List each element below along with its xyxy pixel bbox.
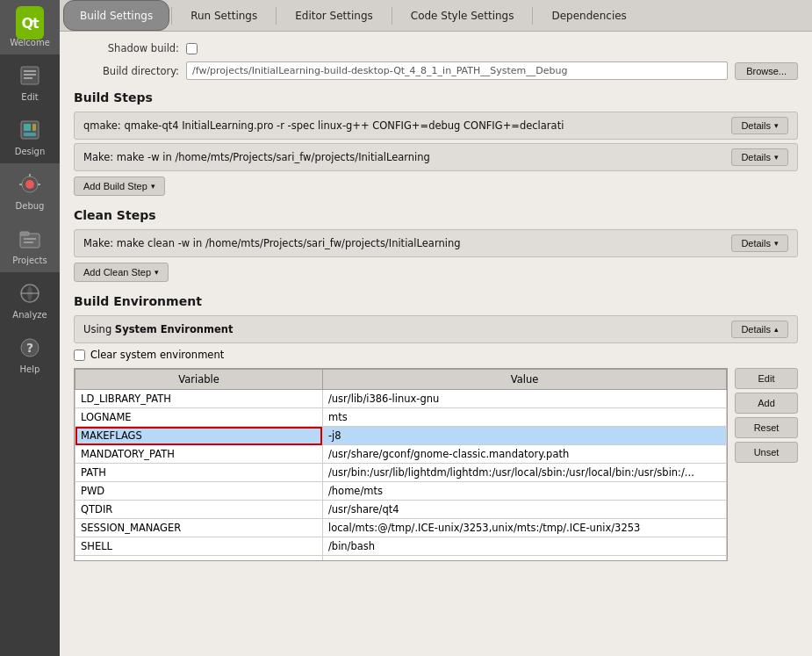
tab-editor-settings[interactable]: Editor Settings bbox=[278, 0, 390, 31]
top-nav: Build Settings Run Settings Editor Setti… bbox=[60, 0, 812, 32]
env-variable-cell: MAKEFLAGS bbox=[75, 427, 323, 445]
env-reset-button[interactable]: Reset bbox=[735, 417, 798, 438]
main-area: Build Settings Run Settings Editor Setti… bbox=[60, 0, 812, 656]
table-row[interactable]: LD_LIBRARY_PATH/usr/lib/i386-linux-gnu bbox=[75, 390, 727, 408]
content-area: Shadow build: Build directory: /fw/proje… bbox=[60, 32, 812, 656]
sidebar-item-label-help: Help bbox=[20, 364, 40, 374]
env-value-cell: /bin/bash bbox=[322, 537, 726, 556]
env-edit-button[interactable]: Edit bbox=[735, 368, 798, 389]
env-unset-button[interactable]: Unset bbox=[735, 442, 798, 463]
nav-divider-4 bbox=[532, 7, 533, 25]
browse-button[interactable]: Browse... bbox=[735, 62, 798, 80]
env-variable-cell: SSH_AGENT_PID bbox=[75, 556, 323, 562]
shadow-build-label: Shadow build: bbox=[74, 42, 179, 54]
clear-env-checkbox[interactable] bbox=[74, 350, 85, 361]
add-clean-step-button[interactable]: Add Clean Step ▾ bbox=[74, 263, 169, 282]
sidebar-item-design[interactable]: Design bbox=[0, 109, 60, 163]
svg-point-9 bbox=[25, 180, 34, 189]
col-header-value: Value bbox=[322, 370, 726, 390]
env-value-cell: /usr/share/qt4 bbox=[322, 501, 726, 519]
svg-rect-6 bbox=[32, 124, 36, 131]
env-value-cell: -j8 bbox=[322, 427, 726, 445]
clean-steps-title: Clean Steps bbox=[74, 208, 798, 222]
qt-logo-icon: Qt bbox=[16, 7, 44, 35]
env-variable-cell: MANDATORY_PATH bbox=[75, 445, 323, 464]
env-table-scroll[interactable]: Variable Value LD_LIBRARY_PATH/usr/lib/i… bbox=[74, 368, 728, 561]
sidebar-item-label-projects: Projects bbox=[12, 256, 47, 265]
build-step-details-btn-1[interactable]: Details ▾ bbox=[731, 148, 788, 166]
sidebar-item-help[interactable]: ? Help bbox=[0, 327, 60, 381]
sidebar-item-welcome[interactable]: Qt Welcome bbox=[0, 0, 60, 54]
sidebar-item-projects[interactable]: Projects bbox=[0, 218, 60, 272]
sidebar-item-debug[interactable]: Debug bbox=[0, 163, 60, 218]
env-value-cell: 3288 bbox=[322, 556, 726, 562]
clean-step-row-0: Make: make clean -w in /home/mts/Project… bbox=[74, 229, 798, 257]
table-row[interactable]: MAKEFLAGS-j8 bbox=[75, 427, 727, 445]
tab-code-style-settings[interactable]: Code Style Settings bbox=[394, 0, 531, 31]
clear-env-row: Clear system environment bbox=[74, 349, 798, 361]
col-header-variable: Variable bbox=[75, 370, 323, 390]
env-add-button[interactable]: Add bbox=[735, 393, 798, 414]
table-row[interactable]: QTDIR/usr/share/qt4 bbox=[75, 501, 727, 519]
env-value-cell: local/mts:@/tmp/.ICE-unix/3253,unix/mts:… bbox=[322, 519, 726, 537]
sidebar-item-label-design: Design bbox=[15, 147, 46, 156]
env-value-cell: /home/mts bbox=[322, 482, 726, 501]
svg-rect-7 bbox=[24, 133, 36, 136]
env-variable-cell: LD_LIBRARY_PATH bbox=[75, 390, 323, 408]
env-value-cell: /usr/share/gconf/gnome-classic.mandatory… bbox=[322, 445, 726, 464]
table-row[interactable]: SESSION_MANAGERlocal/mts:@/tmp/.ICE-unix… bbox=[75, 519, 727, 537]
chevron-up-icon: ▴ bbox=[774, 325, 779, 334]
env-using-label: Using System Environment bbox=[83, 323, 233, 335]
table-row[interactable]: SSH_AGENT_PID3288 bbox=[75, 556, 727, 562]
chevron-down-icon-2: ▾ bbox=[151, 182, 155, 191]
clean-step-label-0: Make: make clean -w in /home/mts/Project… bbox=[83, 237, 731, 249]
add-build-step-button[interactable]: Add Build Step ▾ bbox=[74, 177, 165, 196]
sidebar-item-analyze[interactable]: Analyze bbox=[0, 272, 60, 327]
sidebar-item-edit[interactable]: Edit bbox=[0, 54, 60, 109]
nav-divider-1 bbox=[171, 7, 172, 25]
projects-icon bbox=[16, 225, 44, 253]
build-step-label-1: Make: make -w in /home/mts/Projects/sari… bbox=[83, 151, 731, 163]
env-value-cell: /usr/lib/i386-linux-gnu bbox=[322, 390, 726, 408]
table-row[interactable]: LOGNAMEmts bbox=[75, 408, 727, 427]
env-variable-cell: SHELL bbox=[75, 537, 323, 556]
env-buttons-col: Edit Add Reset Unset bbox=[735, 368, 798, 561]
nav-divider-3 bbox=[392, 7, 392, 25]
shadow-build-row: Shadow build: bbox=[74, 42, 798, 54]
table-row[interactable]: PATH/usr/bin:/usr/lib/lightdm/lightdm:/u… bbox=[75, 464, 727, 482]
env-value-cell: mts bbox=[322, 408, 726, 427]
build-dir-input[interactable]: /fw/projects/InitialLearning-build-deskt… bbox=[186, 61, 728, 80]
build-step-row-0: qmake: qmake-qt4 InitialLearning.pro -r … bbox=[74, 112, 798, 140]
build-step-label-0: qmake: qmake-qt4 InitialLearning.pro -r … bbox=[83, 119, 731, 132]
svg-rect-0 bbox=[21, 67, 39, 84]
analyze-icon bbox=[16, 279, 44, 307]
build-steps-title: Build Steps bbox=[74, 90, 798, 105]
clear-env-label: Clear system environment bbox=[90, 349, 224, 361]
build-environment-title: Build Environment bbox=[74, 294, 798, 308]
chevron-down-icon-4: ▾ bbox=[154, 268, 159, 277]
design-icon bbox=[16, 116, 44, 144]
table-row[interactable]: PWD/home/mts bbox=[75, 482, 727, 501]
clean-step-details-btn-0[interactable]: Details ▾ bbox=[731, 234, 788, 252]
chevron-down-icon: ▾ bbox=[774, 121, 779, 130]
tab-dependencies[interactable]: Dependencies bbox=[535, 0, 643, 31]
table-row[interactable]: MANDATORY_PATH/usr/share/gconf/gnome-cla… bbox=[75, 445, 727, 464]
tab-run-settings[interactable]: Run Settings bbox=[174, 0, 274, 31]
env-table-container: Variable Value LD_LIBRARY_PATH/usr/lib/i… bbox=[74, 368, 798, 561]
tab-build-settings[interactable]: Build Settings bbox=[63, 0, 169, 31]
svg-rect-5 bbox=[24, 124, 31, 131]
env-details-button[interactable]: Details ▴ bbox=[731, 321, 788, 338]
env-table: Variable Value LD_LIBRARY_PATH/usr/lib/i… bbox=[75, 369, 727, 561]
sidebar-item-label-edit: Edit bbox=[21, 92, 38, 102]
build-step-details-btn-0[interactable]: Details ▾ bbox=[731, 117, 788, 134]
env-variable-cell: LOGNAME bbox=[75, 408, 323, 427]
env-variable-cell: PATH bbox=[75, 464, 323, 482]
table-row[interactable]: SHELL/bin/bash bbox=[75, 537, 727, 556]
sidebar-item-label-debug: Debug bbox=[16, 201, 45, 211]
env-value-cell: /usr/bin:/usr/lib/lightdm/lightdm:/usr/l… bbox=[322, 464, 726, 482]
env-header-row: Using System Environment Details ▴ bbox=[74, 315, 798, 343]
sidebar: Qt Welcome Edit Design bbox=[0, 0, 60, 656]
sidebar-item-label-welcome: Welcome bbox=[10, 38, 50, 47]
shadow-build-checkbox[interactable] bbox=[186, 43, 198, 54]
build-dir-label: Build directory: bbox=[74, 65, 179, 77]
